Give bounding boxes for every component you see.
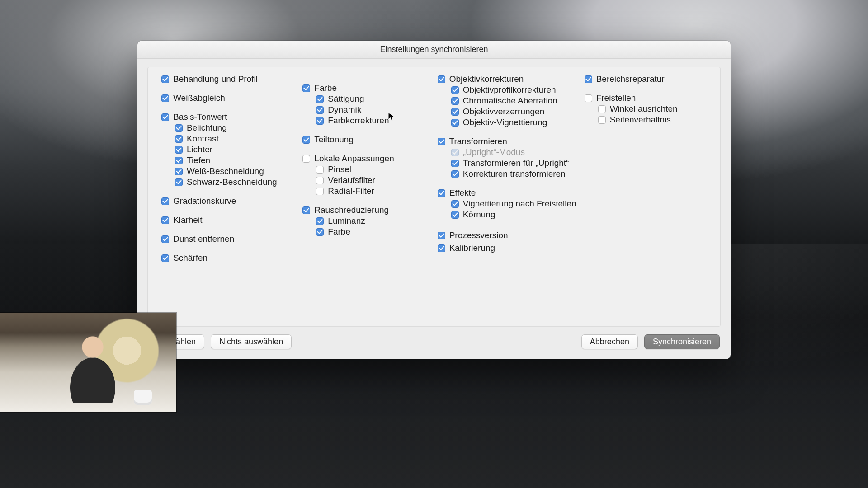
cb-coloradj[interactable] (316, 117, 324, 125)
cb-aspect[interactable] (598, 116, 606, 124)
column-2: Farbe Sättigung Dynamik Farbkorrekturen … (302, 74, 429, 320)
column-3: Objektivkorrekturen Objektivprofilkorrek… (438, 74, 576, 320)
cb-radialfilter[interactable] (316, 188, 324, 195)
webcam-overlay (0, 313, 176, 412)
cb-contrast[interactable] (175, 135, 183, 143)
webcam-frame (0, 313, 176, 412)
cb-colnoise[interactable] (316, 228, 324, 236)
sync-settings-dialog: Einstellungen synchronisieren Behandlung… (137, 41, 731, 359)
select-none-button[interactable]: Nichts auswählen (211, 334, 292, 349)
lbl-basic: Basis-Tonwert (173, 112, 227, 122)
cb-lum[interactable] (316, 217, 324, 225)
cb-highlights[interactable] (175, 146, 183, 154)
cb-color[interactable] (302, 84, 310, 92)
cb-shadows[interactable] (175, 157, 183, 164)
column-1: Behandlung und Profil Weißabgleich Basis… (161, 74, 294, 320)
dialog-title-text: Einstellungen synchronisieren (380, 45, 488, 54)
cb-calib[interactable] (438, 244, 445, 252)
webcam-mug (134, 390, 152, 405)
cb-lensprofile[interactable] (451, 86, 459, 94)
cb-upright-trans[interactable] (451, 160, 459, 167)
cb-pv[interactable] (438, 232, 445, 239)
lbl-treatment: Behandlung und Profil (173, 74, 258, 84)
cb-distort[interactable] (451, 108, 459, 116)
cb-exposure[interactable] (175, 124, 183, 132)
webcam-person (68, 335, 118, 403)
cb-lens[interactable] (438, 75, 445, 83)
cb-effects[interactable] (438, 189, 445, 197)
dialog-title: Einstellungen synchronisieren (137, 41, 731, 59)
cb-vibrance[interactable] (316, 106, 324, 114)
cb-lensvign[interactable] (451, 119, 459, 127)
cb-whiteclip[interactable] (175, 168, 183, 175)
cb-upright (451, 149, 459, 156)
synchronize-button[interactable]: Synchronisieren (644, 334, 720, 349)
lbl-wb: Weißabgleich (173, 93, 225, 103)
cb-postvign[interactable] (451, 200, 459, 208)
column-4: Bereichsreparatur Freistellen Winkel aus… (585, 74, 711, 320)
cb-curve[interactable] (161, 197, 169, 205)
cb-clarity[interactable] (161, 216, 169, 224)
cb-wb[interactable] (161, 94, 169, 102)
cb-blackclip[interactable] (175, 178, 183, 186)
cb-splittone[interactable] (302, 136, 310, 144)
cb-gradfilter[interactable] (316, 177, 324, 184)
cb-spot[interactable] (585, 75, 592, 83)
cb-local[interactable] (302, 155, 310, 163)
cb-chroma[interactable] (451, 97, 459, 105)
cb-dehaze[interactable] (161, 235, 169, 243)
cb-crop[interactable] (585, 94, 592, 102)
cb-treatment[interactable] (161, 75, 169, 83)
cb-basic[interactable] (161, 113, 169, 121)
cancel-button[interactable]: Abbrechen (581, 334, 638, 349)
cb-grain[interactable] (451, 211, 459, 219)
cb-trans-corr[interactable] (451, 170, 459, 178)
dialog-footer: auswählen Nichts auswählen Abbrechen Syn… (137, 327, 731, 359)
cb-noise[interactable] (302, 206, 310, 214)
cb-sharpen[interactable] (161, 254, 169, 262)
cb-transform[interactable] (438, 138, 445, 145)
cb-brush[interactable] (316, 166, 324, 174)
cb-saturation[interactable] (316, 95, 324, 103)
settings-panel: Behandlung und Profil Weißabgleich Basis… (147, 67, 721, 327)
cb-straighten[interactable] (598, 105, 606, 113)
